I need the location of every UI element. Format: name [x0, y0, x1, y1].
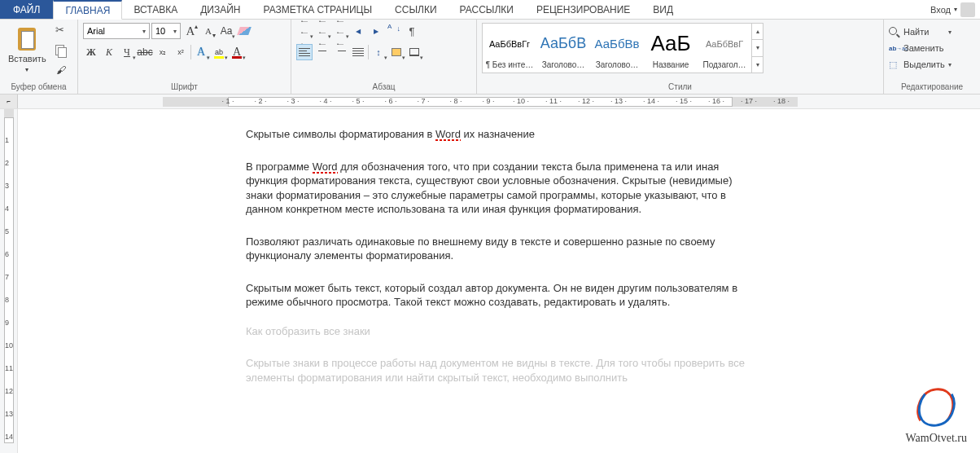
- superscript-button[interactable]: x²: [173, 44, 189, 60]
- shrink-font-button[interactable]: A▾: [200, 23, 217, 39]
- format-painter-button[interactable]: [53, 62, 69, 78]
- paste-icon: [15, 24, 39, 52]
- styles-gallery: АаБбВвГг¶ Без инте… АаБбВЗаголово… АаБбВ…: [482, 23, 763, 73]
- tab-review[interactable]: РЕЦЕНЗИРОВАНИЕ: [525, 0, 641, 19]
- style-normal[interactable]: АаБбВвГг¶ Без инте…: [483, 24, 536, 73]
- doc-paragraph-3[interactable]: Позволяют различать одинаковые по внешне…: [246, 235, 750, 263]
- multilevel-icon: [337, 14, 343, 48]
- bullets-button[interactable]: [296, 23, 313, 39]
- highlight-button[interactable]: ab: [211, 44, 227, 60]
- watermark-logo-icon: [912, 386, 960, 429]
- style-title[interactable]: АаБНазвание: [644, 24, 698, 73]
- font-name-select[interactable]: Arial▾: [83, 23, 150, 39]
- group-label-paragraph: Абзац: [296, 81, 471, 94]
- group-label-styles: Стили: [482, 81, 878, 94]
- align-center-button[interactable]: [314, 44, 330, 60]
- doc-paragraph-1[interactable]: Скрытые символы форматирования в Word их…: [246, 127, 750, 142]
- copy-button[interactable]: [53, 42, 69, 59]
- copy-icon: [55, 45, 67, 56]
- strikethrough-button[interactable]: abc: [137, 44, 153, 60]
- font-color-button[interactable]: A: [229, 44, 245, 60]
- numbering-icon: [319, 14, 326, 48]
- grow-font-button[interactable]: A▴: [182, 23, 199, 39]
- watermark-text: WamOtvet.ru: [906, 432, 967, 445]
- avatar-icon: [960, 2, 975, 17]
- justify-button[interactable]: [350, 44, 366, 60]
- watermark: WamOtvet.ru: [906, 386, 967, 445]
- doc-paragraph-5[interactable]: Как отобразить все знаки: [246, 324, 750, 339]
- italic-button[interactable]: К: [101, 44, 117, 60]
- eraser-icon: [237, 27, 252, 35]
- select-icon: [889, 59, 900, 70]
- tab-references[interactable]: ССЫЛКИ: [383, 0, 448, 19]
- menu-tabs: ФАЙЛ ГЛАВНАЯ ВСТАВКА ДИЗАЙН РАЗМЕТКА СТР…: [0, 0, 980, 20]
- replace-icon: [889, 45, 900, 52]
- underline-button[interactable]: Ч: [119, 44, 135, 60]
- login-label: Вход: [930, 5, 951, 15]
- group-label-clipboard: Буфер обмена: [5, 81, 72, 94]
- styles-expand[interactable]: ▾: [752, 57, 763, 73]
- clear-formatting-button[interactable]: [236, 23, 252, 39]
- doc-paragraph-4[interactable]: Скрытым может быть текст, который создал…: [246, 281, 750, 310]
- tab-layout[interactable]: РАЗМЕТКА СТРАНИЦЫ: [252, 0, 384, 19]
- style-subtitle[interactable]: АаБбВвГПодзагол…: [698, 24, 751, 73]
- border-icon: [409, 48, 419, 56]
- cut-button[interactable]: [53, 23, 69, 39]
- tab-view[interactable]: ВИД: [641, 0, 685, 19]
- group-clipboard: Вставить▾ Буфер обмена: [0, 20, 78, 94]
- align-right-button[interactable]: [332, 44, 348, 60]
- replace-button[interactable]: Заменить: [889, 41, 952, 55]
- tab-mailings[interactable]: РАССЫЛКИ: [448, 0, 525, 19]
- doc-paragraph-2[interactable]: В программе Word для обозначения того, ч…: [246, 160, 750, 217]
- doc-paragraph-6[interactable]: Скрытые знаки в процессе работы над доку…: [246, 356, 750, 385]
- group-font: Arial▾ 10▾ A▴ A▾ Aa Ж К Ч abc x₂ x² A ab: [78, 20, 291, 94]
- tab-insert[interactable]: ВСТАВКА: [122, 0, 189, 19]
- ruler-corner[interactable]: ⌐: [0, 95, 18, 108]
- bold-button[interactable]: Ж: [83, 44, 99, 60]
- tab-home[interactable]: ГЛАВНАЯ: [53, 0, 122, 20]
- borders-button[interactable]: [406, 44, 422, 60]
- ribbon: Вставить▾ Буфер обмена Arial▾ 10▾ A▴ A▾ …: [0, 20, 980, 95]
- account-login[interactable]: Вход ▾: [930, 0, 980, 19]
- tab-file[interactable]: ФАЙЛ: [0, 0, 53, 19]
- text-effects-button[interactable]: A: [193, 44, 209, 60]
- document-area: 1234567891011121314 Скрытые символы форм…: [0, 109, 980, 453]
- style-heading1[interactable]: АаБбВЗаголово…: [536, 24, 590, 73]
- find-icon: [889, 27, 900, 37]
- change-case-button[interactable]: Aa: [218, 23, 234, 39]
- fill-icon: [392, 48, 401, 56]
- horizontal-ruler[interactable]: ⌐ · 1 ·· 2 ·· 3 ·· 4 ·· 5 ·· 6 ·· 7 ·· 8…: [0, 95, 980, 109]
- style-heading2[interactable]: АаБбВвЗаголово…: [590, 24, 644, 73]
- group-paragraph: Абзац: [291, 20, 477, 94]
- vertical-ruler[interactable]: 1234567891011121314: [0, 109, 18, 453]
- line-spacing-button[interactable]: [370, 44, 387, 60]
- numbering-button[interactable]: [314, 23, 330, 39]
- select-button[interactable]: Выделить▾: [889, 57, 952, 72]
- group-label-font: Шрифт: [83, 81, 286, 94]
- scissors-icon: [55, 25, 67, 37]
- increase-indent-button[interactable]: [368, 23, 384, 39]
- subscript-button[interactable]: x₂: [155, 44, 171, 60]
- bullets-icon: [301, 14, 308, 48]
- styles-scroll-down[interactable]: ▾: [752, 40, 763, 56]
- tab-design[interactable]: ДИЗАЙН: [189, 0, 252, 19]
- paste-button[interactable]: Вставить▾: [5, 23, 50, 76]
- styles-scroll-up[interactable]: ▴: [752, 24, 763, 40]
- shading-button[interactable]: [388, 44, 405, 60]
- align-left-button[interactable]: [296, 44, 313, 60]
- document-page[interactable]: Скрытые символы форматирования в Word их…: [181, 109, 816, 453]
- show-marks-button[interactable]: [404, 23, 420, 39]
- group-styles: АаБбВвГг¶ Без инте… АаБбВЗаголово… АаБбВ…: [477, 20, 884, 94]
- decrease-indent-button[interactable]: [350, 23, 366, 39]
- group-editing: Найти▾ Заменить Выделить▾ Редактирование: [884, 20, 980, 94]
- font-size-select[interactable]: 10▾: [151, 23, 181, 39]
- styles-scroll: ▴ ▾ ▾: [751, 24, 763, 73]
- paste-label: Вставить: [8, 54, 46, 64]
- sort-button[interactable]: [386, 23, 402, 39]
- group-label-editing: Редактирование: [889, 81, 975, 94]
- multilevel-button[interactable]: [332, 23, 348, 39]
- find-button[interactable]: Найти▾: [889, 24, 952, 39]
